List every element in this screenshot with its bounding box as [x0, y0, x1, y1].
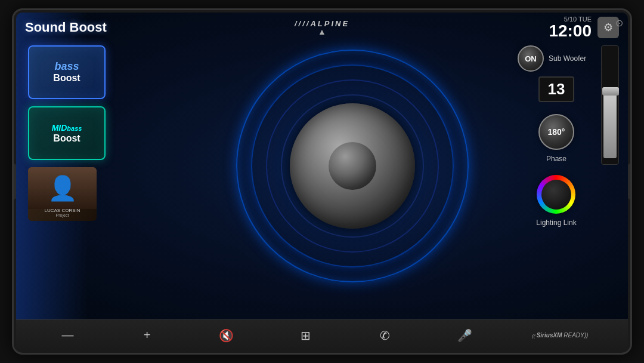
on-label-row: ON Sub Woofer	[518, 45, 595, 72]
center-speaker	[233, 47, 472, 285]
album-person-icon: 👤	[48, 174, 78, 202]
mid-bass-boost-button[interactable]: MIDbass Boost	[28, 106, 106, 160]
left-panel: bass Boost MIDbass Boost 👤 LUCAS CORSIN	[28, 45, 112, 313]
phase-knob[interactable]: 180°	[538, 114, 574, 150]
lighting-knob[interactable]	[537, 175, 575, 214]
slider-fill	[603, 91, 617, 158]
sub-woofer-label: Sub Woofer	[549, 54, 586, 63]
side-tab-right	[628, 164, 632, 199]
mic-button[interactable]: 🎤	[453, 324, 476, 347]
mid-label-bottom: Boost	[52, 133, 82, 144]
grid-button[interactable]: ⊞	[294, 324, 318, 347]
main-screen: ⊙ Sound Boost ////ALPINE ▲ 5/10 TUE 12:0…	[16, 13, 628, 319]
page-title: Sound Boost	[25, 20, 107, 35]
camera-icon[interactable]: ⊙	[615, 17, 623, 29]
mute-button[interactable]: 🔇	[215, 324, 239, 347]
phone-button[interactable]: ✆	[373, 324, 397, 347]
brand-section: ////ALPINE ▲	[295, 19, 349, 36]
sub-value-display: 13	[538, 76, 574, 102]
phase-section: 180° Phase	[538, 114, 574, 163]
lighting-knob-inner	[541, 180, 571, 210]
side-tab-left	[12, 164, 16, 199]
datetime: 5/10 TUE 12:00	[549, 16, 592, 39]
lighting-section: Lighting Link	[536, 175, 576, 227]
bass-label-top: bass	[54, 60, 79, 72]
speaker-outer	[233, 47, 472, 285]
album-art: 👤	[28, 167, 97, 209]
brand-arrow: ▲	[318, 27, 326, 36]
time-display: 12:00	[549, 23, 592, 39]
on-badge[interactable]: ON	[518, 45, 544, 72]
speaker-center-cap	[329, 142, 376, 190]
device-frame: ⊙ Sound Boost ////ALPINE ▲ 5/10 TUE 12:0…	[12, 8, 632, 355]
bass-label-bottom: Boost	[53, 73, 80, 84]
lighting-label: Lighting Link	[536, 219, 576, 227]
bass-boost-label: bass Boost	[53, 61, 80, 83]
album-info: LUCAS CORSIN Project	[44, 208, 80, 217]
bass-boost-button[interactable]: bass Boost	[28, 45, 106, 99]
volume-slider[interactable]	[601, 45, 619, 165]
minus-button[interactable]: —	[56, 324, 80, 347]
slider-thumb[interactable]	[602, 87, 619, 96]
right-panel: ON Sub Woofer 13 180° Phase Lighting Lin…	[518, 45, 619, 313]
plus-button[interactable]: +	[135, 324, 159, 347]
header: Sound Boost ////ALPINE ▲ 5/10 TUE 12:00 …	[16, 13, 628, 42]
header-right: 5/10 TUE 12:00 ⚙	[549, 16, 619, 39]
siriusxm-label: ((·SiriusXM READY))	[532, 332, 588, 339]
mid-label-top: MIDbass	[52, 123, 82, 133]
speaker-cone	[290, 103, 415, 229]
sub-woofer-section: ON Sub Woofer 13	[518, 45, 595, 102]
right-controls: ON Sub Woofer 13 180° Phase Lighting Lin…	[518, 45, 595, 313]
bottom-bar: — + 🔇 ⊞ ✆ 🎤 ((·SiriusXM READY))	[16, 319, 628, 350]
mid-bass-boost-label: MIDbass Boost	[52, 122, 82, 143]
album-thumbnail[interactable]: 👤 LUCAS CORSIN Project	[28, 167, 97, 221]
phase-label: Phase	[546, 155, 566, 163]
